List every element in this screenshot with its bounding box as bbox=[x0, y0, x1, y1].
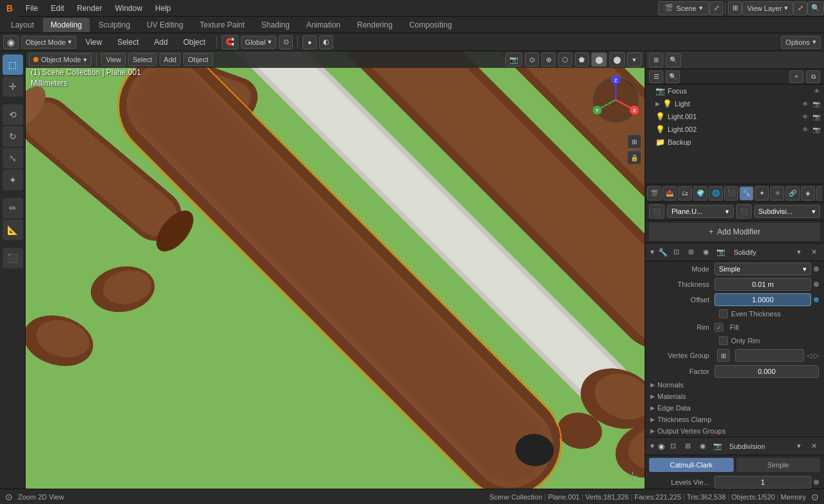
tree-expand-icon[interactable]: ▶ bbox=[655, 101, 660, 107]
proportional-edit[interactable]: ⊙ bbox=[279, 35, 293, 49]
view-gizmo-btn[interactable]: ⊕ bbox=[541, 53, 556, 67]
tool-annotate[interactable]: ✏ bbox=[3, 198, 23, 218]
solidify-expand-icon[interactable]: ▼ bbox=[649, 248, 655, 256]
prop-tab-view-layer[interactable]: 🗂 bbox=[678, 186, 692, 200]
scene-expand[interactable]: ⤢ bbox=[709, 1, 723, 15]
options-dropdown[interactable]: Options ▾ bbox=[781, 36, 821, 49]
modifier-grid2-icon[interactable]: ⬛ bbox=[736, 204, 752, 218]
prop-tab-world[interactable]: 🌐 bbox=[709, 186, 723, 200]
view-menu[interactable]: View bbox=[79, 34, 108, 51]
view-layer-selector[interactable]: View Layer ▾ bbox=[742, 1, 793, 15]
outliner-icon[interactable]: ☰ bbox=[649, 70, 663, 83]
eye-icon4[interactable]: 👁 bbox=[802, 126, 809, 133]
menu-edit[interactable]: Edit bbox=[44, 0, 70, 17]
subdiv-icon2[interactable]: ⊞ bbox=[682, 440, 695, 453]
outliner-add-btn[interactable]: + bbox=[789, 70, 803, 83]
scene-selector[interactable]: 🎬 Scene ▾ bbox=[658, 1, 709, 15]
shading-wire[interactable]: ⬡ bbox=[558, 53, 572, 67]
even-thickness-checkbox[interactable] bbox=[719, 309, 728, 318]
subdiv-dropdown[interactable]: Subdivisi... ▾ bbox=[754, 205, 821, 218]
prop-tab-render[interactable]: 🎬 bbox=[647, 186, 661, 200]
eye-icon3[interactable]: 👁 bbox=[802, 113, 809, 120]
tool-scale[interactable]: ⤡ bbox=[3, 148, 23, 168]
viewport-corner-icon[interactable]: ⊹ bbox=[627, 468, 638, 484]
tool-cube-add[interactable]: ⬛ bbox=[3, 248, 23, 268]
menu-file[interactable]: File bbox=[19, 0, 44, 17]
outliner-filter-btn[interactable]: ⧉ bbox=[806, 70, 820, 83]
thickness-clamp-section[interactable]: ▶ Thickness Clamp bbox=[645, 414, 824, 425]
tab-compositing[interactable]: Compositing bbox=[402, 18, 460, 32]
view-layer-search[interactable]: 🔍 bbox=[807, 1, 824, 15]
tool-select[interactable]: ⬚ bbox=[3, 54, 23, 75]
solidify-close[interactable]: ✕ bbox=[807, 246, 820, 259]
view-layer-expand[interactable]: ⤢ bbox=[793, 1, 807, 15]
tool-transform[interactable]: ✦ bbox=[3, 170, 23, 190]
offset-input[interactable]: 1.0000 bbox=[714, 293, 811, 306]
only-rim-checkbox[interactable] bbox=[719, 336, 728, 345]
solidify-icon3[interactable]: ◉ bbox=[700, 246, 713, 259]
global-dropdown[interactable]: Global ▾ bbox=[241, 36, 277, 49]
tool-cursor[interactable]: ✛ bbox=[3, 76, 23, 97]
outliner-item-light001[interactable]: 💡 Light.001 👁 📷 bbox=[645, 110, 824, 123]
xray-btn[interactable]: ◐ bbox=[319, 35, 333, 49]
prop-tab-data[interactable]: ◈ bbox=[801, 186, 815, 200]
shading-material[interactable]: ⬤ bbox=[591, 53, 607, 67]
render-icon3[interactable]: 📷 bbox=[812, 126, 820, 133]
tool-rotate[interactable]: ↻ bbox=[3, 126, 23, 147]
normals-section[interactable]: ▶ Normals bbox=[645, 379, 824, 391]
menu-help[interactable]: Help bbox=[149, 0, 177, 17]
prop-tab-physics[interactable]: ⚛ bbox=[770, 186, 784, 200]
view-camera-btn[interactable]: 📷 bbox=[506, 53, 522, 67]
modifier-grid-icon[interactable]: ⬛ bbox=[649, 204, 664, 218]
view-overlay-btn[interactable]: View bbox=[101, 53, 126, 66]
prop-tab-particles[interactable]: ✦ bbox=[755, 186, 769, 200]
fill-checkbox[interactable]: ✓ bbox=[714, 323, 723, 332]
tool-measure[interactable]: 📐 bbox=[3, 220, 23, 240]
prop-tab-output[interactable]: 📤 bbox=[663, 186, 677, 200]
vp-select-btn[interactable]: Select bbox=[128, 53, 157, 66]
shading-options[interactable]: ▾ bbox=[627, 53, 641, 67]
tool-move[interactable]: ⟲ bbox=[3, 104, 23, 125]
outliner-item-light002[interactable]: 💡 Light.002 👁 📷 bbox=[645, 123, 824, 136]
prop-tab-modifier[interactable]: 🔧 bbox=[739, 186, 754, 200]
outliner-item-light[interactable]: ▶ 💡 Light 👁 📷 bbox=[645, 97, 824, 110]
thickness-input[interactable]: 0.01 m bbox=[714, 278, 811, 291]
outliner-item-focus[interactable]: 📷 Focus 👁 bbox=[645, 85, 824, 97]
tool-mode-icon[interactable]: ◉ bbox=[3, 35, 19, 49]
solidify-icon1[interactable]: ⊡ bbox=[670, 246, 683, 259]
solidify-icon4[interactable]: 📷 bbox=[714, 246, 727, 259]
prop-tab-scene[interactable]: 🌍 bbox=[693, 186, 707, 200]
levels-view-input[interactable]: 1 bbox=[714, 476, 811, 489]
prop-tab-constraints[interactable]: 🔗 bbox=[786, 186, 800, 200]
viewport[interactable]: Object Mode ▾ View Select Add Object 📷 ⊙… bbox=[26, 51, 645, 489]
snap-icon[interactable]: 🧲 bbox=[222, 35, 238, 49]
select-menu[interactable]: Select bbox=[111, 34, 145, 51]
tab-shading[interactable]: Shading bbox=[254, 18, 297, 32]
tab-texture-paint[interactable]: Texture Paint bbox=[192, 18, 252, 32]
overlay-show-btn[interactable]: ⊞ bbox=[627, 134, 641, 149]
subdiv-icon4[interactable]: 📷 bbox=[711, 440, 724, 453]
subdiv-expand-icon[interactable]: ▼ bbox=[649, 443, 655, 450]
lock-btn[interactable]: 🔒 bbox=[627, 150, 641, 165]
subdiv-icon1[interactable]: ⊡ bbox=[667, 440, 680, 453]
shading-solid[interactable]: ⬟ bbox=[575, 53, 589, 67]
render-icon2[interactable]: 📷 bbox=[812, 113, 820, 120]
object-menu[interactable]: Object bbox=[177, 34, 212, 51]
vertex-group-icon[interactable]: ⊞ bbox=[717, 349, 730, 362]
outliner-search-btn[interactable]: 🔍 bbox=[666, 70, 680, 83]
solidify-icon2[interactable]: ⊞ bbox=[685, 246, 698, 259]
solidify-toggle[interactable]: ▾ bbox=[793, 246, 805, 259]
edge-data-section[interactable]: ▶ Edge Data bbox=[645, 402, 824, 414]
prop-tab-material[interactable]: ● bbox=[816, 186, 822, 200]
add-menu[interactable]: Add bbox=[148, 34, 174, 51]
factor-input[interactable]: 0.000 bbox=[714, 365, 819, 378]
add-modifier-button[interactable]: + Add Modifier bbox=[649, 223, 820, 241]
vp-object-btn[interactable]: Object bbox=[183, 53, 213, 66]
simple-tab[interactable]: Simple bbox=[736, 458, 821, 472]
props-icon1[interactable]: ⊞ bbox=[649, 53, 663, 67]
subdiv-close[interactable]: ✕ bbox=[807, 440, 820, 453]
tab-uv-editing[interactable]: UV Editing bbox=[139, 18, 191, 32]
materials-section[interactable]: ▶ Materials bbox=[645, 391, 824, 402]
object-mode-dropdown[interactable]: Object Mode ▾ bbox=[21, 36, 76, 49]
menu-window[interactable]: Window bbox=[108, 0, 149, 17]
